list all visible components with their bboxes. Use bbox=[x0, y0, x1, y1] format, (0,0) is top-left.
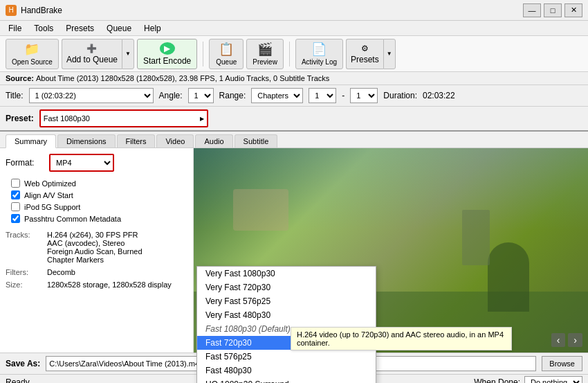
title-select[interactable]: 1 (02:03:22) bbox=[29, 88, 154, 103]
menu-queue[interactable]: Queue bbox=[101, 22, 137, 35]
status-text: Ready bbox=[6, 377, 30, 384]
format-row: Format: MP4 MKV bbox=[6, 154, 187, 172]
angle-label: Angle: bbox=[159, 91, 183, 100]
chapter-to-select[interactable]: 1 bbox=[350, 88, 378, 103]
tab-subtitle[interactable]: Subtitle bbox=[235, 134, 278, 148]
preset-item-fast-576[interactable]: Fast 576p25 bbox=[197, 350, 376, 364]
scene-person bbox=[488, 242, 529, 312]
queue-icon: 📋 bbox=[219, 42, 234, 57]
web-optimized-checkbox[interactable] bbox=[11, 179, 20, 188]
start-encode-label: Start Encode bbox=[143, 56, 191, 66]
menu-presets[interactable]: Presets bbox=[60, 22, 100, 35]
queue-button[interactable]: 📋 Queue bbox=[209, 39, 244, 69]
app-icon: H bbox=[6, 5, 17, 16]
menu-file[interactable]: File bbox=[3, 22, 27, 35]
tab-video[interactable]: Video bbox=[156, 134, 194, 148]
browse-button[interactable]: Browse bbox=[542, 356, 582, 371]
preset-dropdown: Very Fast 1080p30 Very Fast 720p30 Very … bbox=[196, 266, 376, 383]
toolbar-divider-2 bbox=[289, 42, 290, 66]
when-done-select[interactable]: Do nothing bbox=[524, 376, 582, 384]
tab-summary[interactable]: Summary bbox=[6, 134, 56, 148]
open-source-button[interactable]: 📁 Open Source bbox=[6, 39, 59, 69]
angle-select[interactable]: 1 bbox=[188, 88, 214, 103]
tab-audio[interactable]: Audio bbox=[195, 134, 232, 148]
preview-button[interactable]: 🎬 Preview bbox=[246, 39, 284, 69]
presets-button[interactable]: ⚙ Presets bbox=[346, 39, 383, 69]
presets-icon: ⚙ bbox=[361, 44, 369, 53]
range-type-select[interactable]: Chapters bbox=[251, 88, 303, 103]
left-panel: Format: MP4 MKV Web Optimized Align A/V … bbox=[0, 148, 194, 353]
title-row: Title: 1 (02:03:22) Angle: 1 Range: Chap… bbox=[0, 85, 588, 107]
passthrough-meta-label: Passhtru Common Metadata bbox=[24, 215, 121, 223]
passthrough-meta-row: Passhtru Common Metadata bbox=[6, 213, 187, 224]
align-av-label: Align A/V Start bbox=[24, 191, 73, 199]
preset-item-hq-1080[interactable]: HQ 1080p30 Surround bbox=[197, 377, 376, 383]
toolbar: 📁 Open Source ➕ Add to Queue ▼ ▶ Start E… bbox=[0, 36, 588, 72]
activity-log-button[interactable]: 📄 Activity Log bbox=[295, 39, 343, 69]
ipod-support-checkbox[interactable] bbox=[11, 202, 20, 211]
tracks-line-4: Chapter Markers bbox=[47, 256, 143, 264]
preset-select[interactable]: Fast 1080p30 bbox=[41, 111, 207, 126]
preset-item-very-fast-1080[interactable]: Very Fast 1080p30 bbox=[197, 267, 376, 280]
filters-label: Filters: bbox=[6, 268, 47, 276]
web-optimized-row: Web Optimized bbox=[6, 177, 187, 189]
tooltip-text: H.264 video (up to 720p30) and AAC stere… bbox=[297, 330, 504, 347]
presets-arrow[interactable]: ▼ bbox=[383, 39, 396, 69]
when-done-label: When Done: bbox=[474, 377, 520, 384]
source-value: About Time (2013) 1280x528 (1280x528), 2… bbox=[36, 74, 329, 82]
source-bar: Source: About Time (2013) 1280x528 (1280… bbox=[0, 72, 588, 85]
add-to-queue-button[interactable]: ➕ Add to Queue bbox=[62, 39, 122, 69]
size-row: Size: 1280x528 storage, 1280x528 display bbox=[6, 280, 187, 290]
preset-tooltip: H.264 video (up to 720p30) and AAC stere… bbox=[291, 327, 512, 350]
source-label: Source: bbox=[6, 74, 36, 82]
activity-log-label: Activity Log bbox=[302, 58, 337, 66]
chapter-from-select[interactable]: 1 bbox=[309, 88, 336, 103]
menu-help[interactable]: Help bbox=[138, 22, 167, 35]
add-queue-icon: ➕ bbox=[86, 44, 97, 53]
add-to-queue-label: Add to Queue bbox=[66, 55, 118, 64]
preview-next-button[interactable]: › bbox=[568, 333, 582, 347]
preview-prev-button[interactable]: ‹ bbox=[551, 333, 566, 347]
toolbar-divider-1 bbox=[203, 42, 203, 66]
duration-label: Duration: bbox=[383, 91, 417, 100]
main-content: Format: MP4 MKV Web Optimized Align A/V … bbox=[0, 148, 588, 353]
title-bar: H HandBrake — □ ✕ bbox=[0, 0, 588, 21]
format-select[interactable]: MP4 MKV bbox=[50, 155, 113, 170]
tracks-line-1: H.264 (x264), 30 FPS PFR bbox=[47, 231, 143, 239]
start-encode-button[interactable]: ▶ Start Encode bbox=[137, 39, 197, 69]
preset-label: Preset: bbox=[6, 114, 34, 123]
preset-item-very-fast-720[interactable]: Very Fast 720p30 bbox=[197, 280, 376, 294]
save-as-label: Save As: bbox=[6, 359, 40, 368]
range-dash: - bbox=[342, 91, 344, 100]
tracks-label: Tracks: bbox=[6, 231, 47, 264]
app-title: HandBrake bbox=[21, 6, 62, 15]
start-encode-icon: ▶ bbox=[160, 42, 175, 55]
title-label: Title: bbox=[6, 91, 24, 100]
minimize-button[interactable]: — bbox=[523, 3, 541, 17]
menu-bar: File Tools Presets Queue Help bbox=[0, 21, 588, 36]
align-av-checkbox[interactable] bbox=[11, 190, 20, 199]
open-source-icon: 📁 bbox=[24, 42, 39, 57]
duration-value: 02:03:22 bbox=[423, 91, 455, 100]
ipod-support-label: iPod 5G Support bbox=[24, 203, 80, 211]
size-value: 1280x528 storage, 1280x528 display bbox=[47, 280, 172, 289]
preset-item-very-fast-480[interactable]: Very Fast 480p30 bbox=[197, 308, 376, 322]
tabs-row: Summary Dimensions Filters Video Audio S… bbox=[0, 132, 588, 148]
tracks-row: Tracks: H.264 (x264), 30 FPS PFR AAC (av… bbox=[6, 230, 187, 265]
add-to-queue-arrow[interactable]: ▼ bbox=[122, 39, 134, 69]
preview-navigation: ‹ › bbox=[551, 333, 582, 347]
preset-select-wrapper: Fast 1080p30 ▶ bbox=[39, 109, 208, 127]
tracks-line-3: Foreign Audio Scan, Burned bbox=[47, 247, 143, 256]
close-button[interactable]: ✕ bbox=[564, 3, 582, 17]
tab-dimensions[interactable]: Dimensions bbox=[57, 134, 115, 148]
filters-value: Decomb bbox=[47, 268, 75, 276]
passthrough-meta-checkbox[interactable] bbox=[11, 214, 20, 223]
preset-item-very-fast-576[interactable]: Very Fast 576p25 bbox=[197, 294, 376, 308]
preview-label: Preview bbox=[252, 58, 277, 66]
add-to-queue-group: ➕ Add to Queue ▼ bbox=[62, 39, 134, 69]
filters-row: Filters: Decomb bbox=[6, 267, 187, 277]
tab-filters[interactable]: Filters bbox=[117, 134, 156, 148]
maximize-button[interactable]: □ bbox=[544, 3, 562, 17]
preset-item-fast-480[interactable]: Fast 480p30 bbox=[197, 364, 376, 377]
menu-tools[interactable]: Tools bbox=[28, 22, 59, 35]
